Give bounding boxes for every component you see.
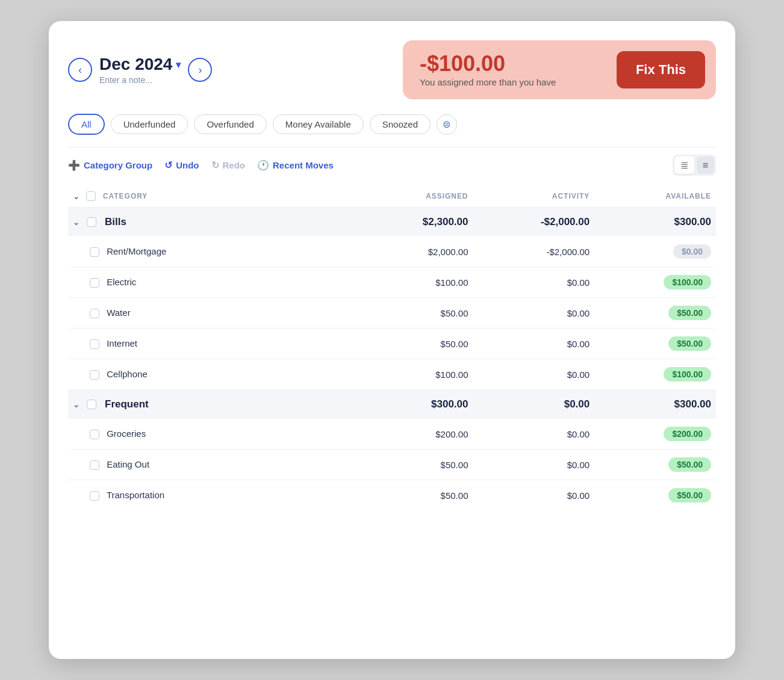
- item-assigned-0-3: $50.00: [352, 329, 473, 359]
- col-header-assigned: ASSIGNED: [352, 185, 473, 208]
- item-checkbox-1-2[interactable]: [90, 491, 99, 501]
- month-nav-center: Dec 2024 ▾ Enter a note...: [99, 55, 181, 85]
- undo-button[interactable]: ↺ Undo: [164, 159, 199, 171]
- header: ‹ Dec 2024 ▾ Enter a note... › -$100.00 …: [68, 40, 716, 99]
- redo-icon: ↻: [211, 159, 219, 171]
- table-row: Groceries $200.00 $0.00 $200.00: [68, 419, 716, 450]
- item-checkbox-1-0[interactable]: [90, 430, 99, 439]
- group-category-cell: ⌄ Bills: [68, 208, 352, 237]
- item-checkbox-0-0[interactable]: [90, 247, 99, 257]
- group-row: ⌄ Frequent $300.00 $0.00 $300.00: [68, 390, 716, 419]
- filter-snoozed[interactable]: Snoozed: [370, 114, 431, 134]
- item-name-0-3: Internet: [107, 338, 137, 348]
- add-category-group-button[interactable]: ➕ Category Group: [68, 159, 152, 171]
- item-category-cell: Water: [68, 298, 352, 329]
- table-row: Transportation $50.00 $0.00 $50.00: [68, 480, 716, 511]
- view-toggle: ≣ ≡: [673, 155, 716, 176]
- item-assigned-0-1: $100.00: [352, 267, 473, 298]
- filter-options-icon[interactable]: ⊜: [437, 114, 457, 135]
- filter-underfunded[interactable]: Underfunded: [111, 114, 188, 134]
- item-activity-0-2: $0.00: [473, 298, 594, 329]
- next-month-button[interactable]: ›: [188, 58, 212, 82]
- table-row: Water $50.00 $0.00 $50.00: [68, 298, 716, 329]
- item-available-0-0: $0.00: [594, 236, 716, 267]
- month-label: Dec 2024: [99, 55, 172, 74]
- available-badge-green: $100.00: [664, 367, 711, 382]
- compact-view-button[interactable]: ≣: [674, 156, 694, 174]
- item-available-0-3: $50.00: [594, 329, 716, 359]
- item-name-1-1: Eating Out: [107, 459, 149, 469]
- table-row: Eating Out $50.00 $0.00 $50.00: [68, 450, 716, 480]
- expanded-view-button[interactable]: ≡: [697, 156, 714, 174]
- group-collapse-chevron[interactable]: ⌄: [73, 400, 79, 409]
- alert-subtitle: You assigned more than you have: [420, 77, 556, 87]
- item-activity-1-0: $0.00: [473, 419, 594, 450]
- item-checkbox-1-1[interactable]: [90, 460, 99, 470]
- undo-label: Undo: [176, 160, 199, 170]
- group-collapse-chevron[interactable]: ⌄: [73, 218, 79, 227]
- filter-money-available[interactable]: Money Available: [273, 114, 364, 134]
- filter-all[interactable]: All: [68, 114, 105, 135]
- group-checkbox-0[interactable]: [87, 217, 96, 227]
- toolbar: ➕ Category Group ↺ Undo ↻ Redo 🕐 Recent …: [68, 155, 716, 181]
- filter-icon-glyph: ⊜: [443, 119, 450, 130]
- available-badge-green: $50.00: [668, 488, 711, 502]
- group-name-1: Frequent: [105, 398, 149, 410]
- col-header-available: AVAILABLE: [594, 185, 716, 208]
- recent-moves-label: Recent Moves: [273, 160, 334, 170]
- alert-banner: -$100.00 You assigned more than you have…: [403, 40, 716, 99]
- item-checkbox-0-2[interactable]: [90, 309, 99, 318]
- item-activity-0-0: -$2,000.00: [473, 236, 594, 267]
- group-activity-1: $0.00: [473, 390, 594, 419]
- clock-icon: 🕐: [257, 159, 269, 171]
- collapse-all-chevron[interactable]: ⌄: [73, 192, 80, 201]
- month-title: Dec 2024 ▾: [99, 55, 181, 74]
- item-activity-0-1: $0.00: [473, 267, 594, 298]
- item-assigned-0-0: $2,000.00: [352, 236, 473, 267]
- alert-amount: -$100.00: [420, 53, 556, 75]
- note-placeholder[interactable]: Enter a note...: [99, 75, 181, 85]
- group-row: ⌄ Bills $2,300.00 -$2,000.00 $300.00: [68, 208, 716, 237]
- item-available-1-1: $50.00: [594, 450, 716, 480]
- item-available-0-1: $100.00: [594, 267, 716, 298]
- app-container: ‹ Dec 2024 ▾ Enter a note... › -$100.00 …: [49, 21, 735, 659]
- table-row: Internet $50.00 $0.00 $50.00: [68, 329, 716, 359]
- item-name-0-0: Rent/Mortgage: [107, 246, 166, 256]
- header-left: ‹ Dec 2024 ▾ Enter a note... ›: [68, 55, 212, 85]
- filter-overfunded[interactable]: Overfunded: [194, 114, 266, 134]
- item-assigned-0-2: $50.00: [352, 298, 473, 329]
- add-icon: ➕: [68, 159, 80, 171]
- fix-this-button[interactable]: Fix This: [617, 51, 705, 88]
- group-name-0: Bills: [105, 216, 126, 228]
- toolbar-divider: [68, 147, 716, 147]
- item-name-0-2: Water: [107, 308, 130, 318]
- item-category-cell: Rent/Mortgage: [68, 236, 352, 267]
- item-checkbox-0-3[interactable]: [90, 339, 99, 349]
- table-header-row: ⌄ CATEGORY ASSIGNED ACTIVITY AVAILABLE: [68, 185, 716, 208]
- item-name-0-4: Cellphone: [107, 369, 148, 379]
- col-header-category: ⌄ CATEGORY: [68, 185, 352, 208]
- table-row: Rent/Mortgage $2,000.00 -$2,000.00 $0.00: [68, 236, 716, 267]
- item-activity-1-1: $0.00: [473, 450, 594, 480]
- item-name-1-2: Transportation: [107, 490, 164, 500]
- prev-month-button[interactable]: ‹: [68, 58, 92, 82]
- item-category-cell: Internet: [68, 329, 352, 359]
- redo-button[interactable]: ↻ Redo: [211, 159, 246, 171]
- month-dropdown-arrow[interactable]: ▾: [176, 59, 181, 70]
- group-checkbox-1[interactable]: [87, 400, 96, 409]
- item-category-cell: Transportation: [68, 480, 352, 511]
- select-all-checkbox[interactable]: [86, 191, 96, 201]
- item-category-cell: Electric: [68, 267, 352, 298]
- item-available-0-2: $50.00: [594, 298, 716, 329]
- available-badge-green: $200.00: [664, 427, 711, 441]
- item-available-0-4: $100.00: [594, 359, 716, 390]
- recent-moves-button[interactable]: 🕐 Recent Moves: [257, 159, 334, 171]
- available-badge-green: $50.00: [668, 306, 711, 320]
- item-assigned-1-0: $200.00: [352, 419, 473, 450]
- group-assigned-0: $2,300.00: [352, 208, 473, 237]
- filter-bar: All Underfunded Overfunded Money Availab…: [68, 114, 716, 135]
- item-checkbox-0-1[interactable]: [90, 278, 99, 288]
- available-badge-gray: $0.00: [673, 244, 711, 259]
- group-available-1: $300.00: [594, 390, 716, 419]
- item-checkbox-0-4[interactable]: [90, 370, 99, 380]
